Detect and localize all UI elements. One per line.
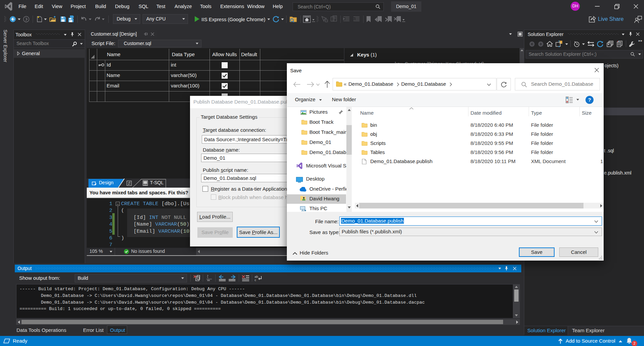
- svg-text:?: ?: [353, 18, 355, 21]
- svg-text:c: c: [255, 278, 256, 282]
